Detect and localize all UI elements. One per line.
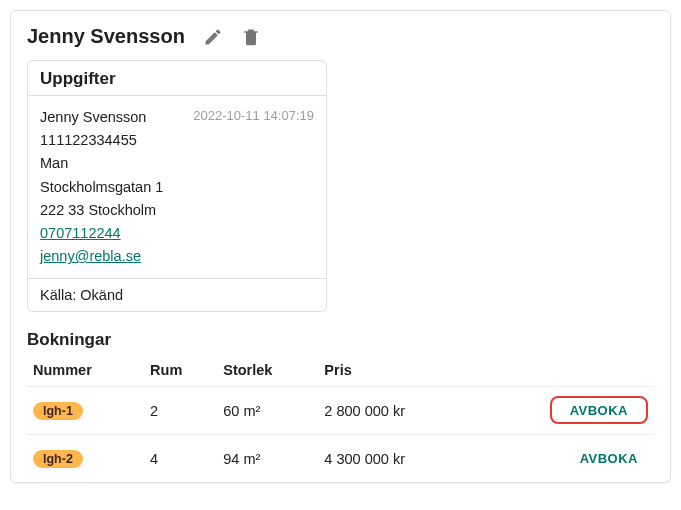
apartment-badge[interactable]: lgh-1 bbox=[33, 402, 83, 420]
table-row: lgh-2 4 94 m² 4 300 000 kr AVBOKA bbox=[27, 435, 654, 483]
detail-phone-link[interactable]: 0707112244 bbox=[40, 225, 121, 241]
col-number: Nummer bbox=[27, 354, 144, 387]
delete-icon[interactable] bbox=[241, 27, 261, 47]
detail-email-link[interactable]: jenny@rebla.se bbox=[40, 248, 141, 264]
col-price: Pris bbox=[318, 354, 471, 387]
details-title: Uppgifter bbox=[40, 69, 314, 89]
detail-postal-city: 222 33 Stockholm bbox=[40, 199, 314, 222]
col-rooms: Rum bbox=[144, 354, 217, 387]
detail-gender: Man bbox=[40, 152, 314, 175]
cell-size: 94 m² bbox=[217, 435, 318, 483]
cancel-booking-button[interactable]: AVBOKA bbox=[560, 397, 638, 424]
bookings-header-row: Nummer Rum Storlek Pris bbox=[27, 354, 654, 387]
details-header: Uppgifter bbox=[28, 61, 326, 96]
details-card: Uppgifter 2022-10-11 14:07:19 Jenny Sven… bbox=[27, 60, 327, 312]
detail-source: Källa: Okänd bbox=[40, 287, 123, 303]
edit-icon[interactable] bbox=[203, 27, 223, 47]
cell-price: 4 300 000 kr bbox=[318, 435, 471, 483]
apartment-badge[interactable]: lgh-2 bbox=[33, 450, 83, 468]
col-size: Storlek bbox=[217, 354, 318, 387]
person-card: Jenny Svensson Uppgifter 2022-10-11 14:0… bbox=[10, 10, 671, 483]
detail-personal-number: 111122334455 bbox=[40, 129, 314, 152]
cell-rooms: 4 bbox=[144, 435, 217, 483]
details-body: 2022-10-11 14:07:19 Jenny Svensson 11112… bbox=[28, 96, 326, 278]
col-action bbox=[471, 354, 654, 387]
cell-rooms: 2 bbox=[144, 387, 217, 435]
cell-size: 60 m² bbox=[217, 387, 318, 435]
details-footer: Källa: Okänd bbox=[28, 278, 326, 311]
cancel-booking-button[interactable]: AVBOKA bbox=[570, 445, 648, 472]
bookings-table: Nummer Rum Storlek Pris lgh-1 2 60 m² 2 … bbox=[27, 354, 654, 482]
detail-street: Stockholmsgatan 1 bbox=[40, 176, 314, 199]
timestamp: 2022-10-11 14:07:19 bbox=[193, 106, 314, 127]
page-title: Jenny Svensson bbox=[27, 25, 185, 48]
header-row: Jenny Svensson bbox=[27, 25, 654, 48]
table-row: lgh-1 2 60 m² 2 800 000 kr AVBOKA bbox=[27, 387, 654, 435]
cell-price: 2 800 000 kr bbox=[318, 387, 471, 435]
highlight-annotation: AVBOKA bbox=[550, 396, 648, 424]
bookings-title: Bokningar bbox=[27, 330, 654, 350]
